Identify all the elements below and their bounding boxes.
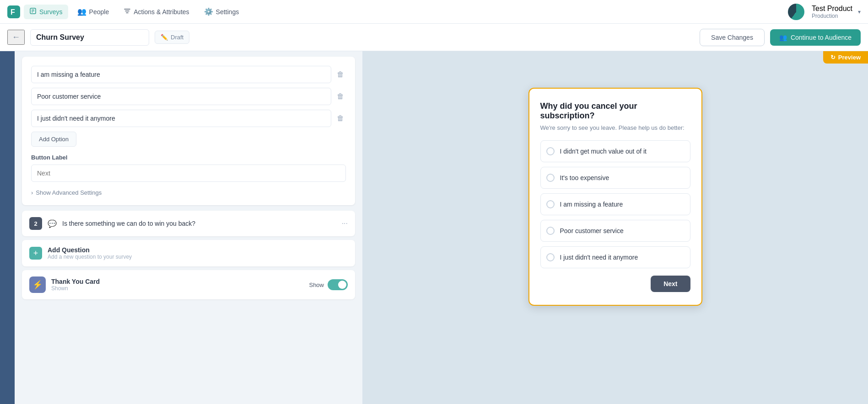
delete-option-1-button[interactable]: 🗑 [335, 69, 346, 80]
advanced-label: Show Advanced Settings [36, 189, 102, 196]
editor-panel: 🗑 🗑 🗑 Add Option Button Label › Show Adv… [15, 51, 362, 404]
thank-you-icon: ⚡ [29, 276, 46, 293]
preview-next-button[interactable]: Next [651, 276, 690, 292]
preview-title: Why did you cancel your subscription? [540, 101, 690, 121]
user-chevron-icon: ▾ [858, 9, 861, 15]
show-label: Show [309, 282, 324, 288]
question-2-number: 2 [29, 217, 42, 230]
preview-refresh-icon: ↻ [830, 54, 836, 61]
nav-people[interactable]: 👥 People [72, 5, 115, 19]
preview-option-1[interactable]: I didn't get much value out of it [540, 140, 690, 162]
chevron-right-icon: › [31, 189, 33, 196]
thank-you-toggle-container: Show [309, 279, 348, 290]
option-input-2[interactable] [31, 88, 331, 105]
radio-2 [546, 174, 555, 182]
continue-label: Continue to Audience [791, 34, 852, 41]
svg-text:F: F [11, 8, 15, 16]
option-input-1[interactable] [31, 66, 331, 83]
survey-name-input[interactable] [30, 29, 149, 46]
show-toggle[interactable] [328, 279, 348, 290]
add-question-title: Add Question [48, 246, 132, 254]
add-question-info: Add Question Add a new question to your … [48, 246, 132, 260]
top-navigation: F Surveys 👥 People Actions & Attributes … [0, 0, 868, 24]
advanced-settings-toggle[interactable]: › Show Advanced Settings [31, 189, 346, 196]
option-row-1: 🗑 [31, 66, 346, 83]
more-options-icon[interactable]: ··· [342, 219, 348, 228]
preview-badge-label: Preview [838, 54, 861, 61]
option-row-2: 🗑 [31, 88, 346, 105]
thank-you-subtitle: Shown [51, 285, 100, 292]
continue-icon: 👥 [779, 34, 787, 41]
preview-option-5-text: I just didn't need it anymore [560, 254, 638, 261]
preview-panel: ↻ Preview Why did you cancel your subscr… [362, 51, 868, 404]
nav-surveys[interactable]: Surveys [24, 5, 68, 19]
save-changes-button[interactable]: Save Changes [700, 29, 765, 46]
surveys-icon [29, 7, 37, 16]
button-label-heading: Button Label [31, 154, 346, 161]
preview-badge: ↻ Preview [823, 51, 868, 64]
back-button[interactable]: ← [7, 30, 25, 45]
radio-1 [546, 147, 555, 155]
thank-you-info: Thank You Card Shown [51, 278, 100, 292]
preview-card: Why did you cancel your subscription? We… [528, 88, 702, 306]
thank-you-title: Thank You Card [51, 278, 100, 285]
nav-actions-attributes[interactable]: Actions & Attributes [118, 5, 194, 19]
draft-badge[interactable]: ✏️ Draft [155, 31, 189, 44]
user-name: Test Product [812, 5, 852, 13]
delete-option-3-button[interactable]: 🗑 [335, 112, 346, 124]
preview-option-4-text: Poor customer service [560, 227, 624, 234]
people-icon: 👥 [77, 7, 86, 16]
button-label-input[interactable] [31, 165, 346, 182]
add-question-row[interactable]: + Add Question Add a new question to you… [22, 240, 355, 266]
add-question-icon: + [29, 247, 42, 260]
nav-settings[interactable]: ⚙️ Settings [199, 5, 245, 19]
nav-settings-label: Settings [216, 8, 239, 16]
preview-option-2[interactable]: It's too expensive [540, 167, 690, 189]
user-env: Production [812, 13, 852, 19]
preview-option-3[interactable]: I am missing a feature [540, 193, 690, 215]
preview-option-4[interactable]: Poor customer service [540, 220, 690, 242]
add-question-subtitle: Add a new question to your survey [48, 254, 132, 260]
radio-5 [546, 253, 555, 261]
settings-icon: ⚙️ [204, 7, 213, 16]
draft-label: Draft [171, 34, 183, 41]
thank-you-card-row: ⚡ Thank You Card Shown Show [22, 270, 355, 299]
preview-option-5[interactable]: I just didn't need it anymore [540, 246, 690, 268]
main-layout: 🗑 🗑 🗑 Add Option Button Label › Show Adv… [0, 51, 868, 404]
button-label-section: Button Label [31, 154, 346, 182]
left-sidebar [0, 51, 15, 404]
draft-edit-icon: ✏️ [161, 34, 168, 41]
nav-actions-label: Actions & Attributes [134, 8, 189, 16]
preview-subtitle: We're sorry to see you leave. Please hel… [540, 124, 690, 131]
user-info: Test Product Production [812, 5, 852, 19]
preview-option-1-text: I didn't get much value out of it [560, 148, 647, 155]
app-logo: F [7, 5, 20, 18]
chat-bubble-icon: 💬 [48, 219, 57, 228]
filter-icon [124, 7, 131, 16]
preview-footer: Next [540, 276, 690, 292]
option-row-3: 🗑 [31, 110, 346, 127]
add-option-button[interactable]: Add Option [31, 132, 76, 147]
radio-4 [546, 227, 555, 235]
question-2-text: Is there something we can do to win you … [62, 220, 336, 227]
continue-to-audience-button[interactable]: 👥 Continue to Audience [770, 29, 861, 46]
delete-option-2-button[interactable]: 🗑 [335, 90, 346, 102]
nav-surveys-label: Surveys [39, 8, 63, 16]
question-2-row[interactable]: 2 💬 Is there something we can do to win … [22, 211, 355, 236]
question-options-card: 🗑 🗑 🗑 Add Option Button Label › Show Adv… [22, 57, 355, 205]
preview-option-3-text: I am missing a feature [560, 201, 623, 208]
user-avatar [788, 4, 804, 20]
radio-3 [546, 200, 555, 208]
option-input-3[interactable] [31, 110, 331, 127]
preview-option-2-text: It's too expensive [560, 174, 609, 181]
survey-toolbar: ← ✏️ Draft Save Changes 👥 Continue to Au… [0, 24, 868, 51]
nav-people-label: People [89, 8, 109, 16]
